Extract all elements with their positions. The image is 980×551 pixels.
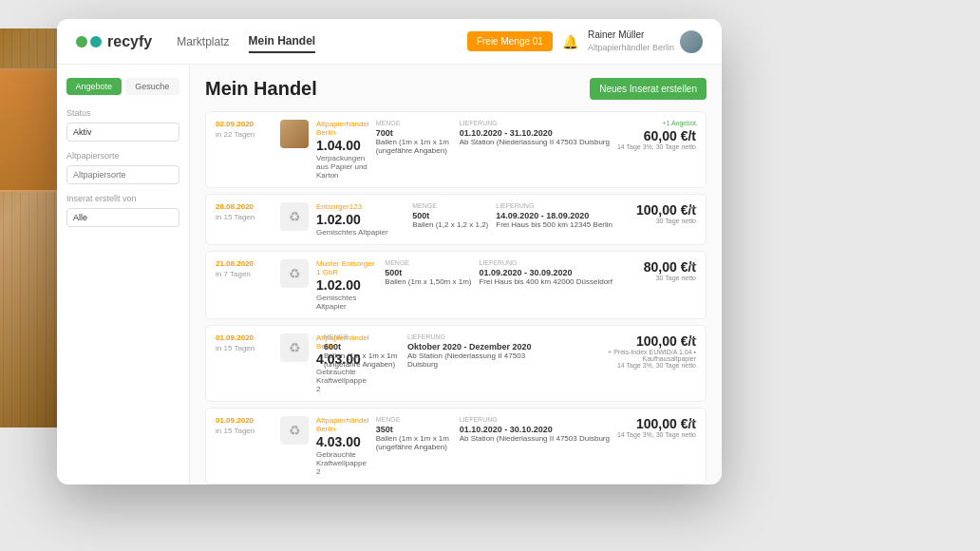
menge-value: 600t: [324, 342, 400, 352]
menge-detail: Ballen (1m x 1m x 1m(ungefähre Angaben): [324, 352, 400, 369]
listing-seller: Altpapierhändel Berlin: [316, 120, 368, 137]
list-item: 01.09.2020 in 15 Tagen ♻ Altpapierhändel…: [205, 325, 707, 402]
listing-right: 80,00 €/t 30 Tage netto: [620, 259, 696, 281]
listing-menu-icon[interactable]: ···: [688, 414, 698, 428]
nav-mein-handel[interactable]: Mein Handel: [249, 30, 316, 53]
user-name: Rainer Müller: [588, 28, 674, 42]
listing-main: Entsorger123 1.02.00 Gemischtes Altpapie…: [316, 202, 405, 237]
laptop-screen: recyfy Marktplatz Mein Handel Freie Meng…: [57, 19, 722, 484]
menge-label: Menge: [324, 333, 400, 340]
menge-label: Menge: [412, 202, 488, 209]
tab-angebote[interactable]: Angebote: [66, 78, 122, 95]
lieferung-detail: Ab Station (Niederlassung II 47503 Duisb…: [460, 138, 610, 146]
price-right: 80,00 €/t: [620, 259, 696, 275]
listing-right: 100,00 €/t 14 Tage 3%, 30 Tage netto: [617, 416, 696, 438]
content-header: Mein Handel Neues Inserat erstellen: [205, 78, 707, 100]
listing-menge: Menge 500t Ballen (1m x 1,50m x 1m): [385, 259, 471, 286]
listing-menu-icon[interactable]: ···: [688, 118, 698, 131]
listing-left: 01.09.2020 in 15 Tagen: [216, 333, 273, 352]
listing-lieferung: Lieferung 01.09.2020 - 30.09.2020 Frei H…: [479, 259, 612, 286]
listing-menge: Menge 700t Ballen (1m x 1m x 1m(ungefähr…: [376, 120, 452, 155]
lieferung-value: 01.09.2020 - 30.09.2020: [479, 268, 612, 277]
lieferung-label: Lieferung: [460, 120, 610, 126]
list-item: 28.08.2020 in 15 Tagen ♻ Entsorger123 1.…: [205, 194, 707, 245]
listing-left: 28.08.2020 in 15 Tagen: [216, 202, 273, 221]
listing-left: 21.08.2020 in 7 Tagen: [216, 259, 273, 278]
neues-inserat-button[interactable]: Neues Inserat erstellen: [590, 78, 707, 100]
listing-menu-icon[interactable]: ···: [688, 257, 698, 271]
listing-left: 02.09.2020 in 22 Tagen: [216, 120, 273, 139]
nav-marktplatz[interactable]: Marktplatz: [177, 31, 229, 52]
sidebar: Angebote Gesuche Status Aktiv Altpapiers…: [57, 65, 190, 484]
listing-price: 1.04.00: [316, 138, 368, 153]
inserat-label: Inserat erstellt von: [66, 194, 179, 203]
listing-image: [280, 120, 309, 148]
logo-circles: [76, 36, 102, 48]
logo-circle-green: [76, 36, 87, 48]
listing-desc: Verpackungen aus Papier und Karton: [316, 154, 368, 180]
listing-main: Altpapierhändel Berlin 4.03.00 Gebraucht…: [316, 416, 368, 476]
listing-lieferung: Lieferung 01.10.2020 - 31.10.2020 Ab Sta…: [460, 120, 610, 146]
lieferung-value: Oktober 2020 - Dezember 2020: [407, 342, 551, 352]
listing-menu-icon[interactable]: ···: [688, 332, 698, 345]
listing-seller: Entsorger123: [316, 202, 405, 211]
header: recyfy Marktplatz Mein Handel Freie Meng…: [57, 19, 722, 65]
payment-info: 30 Tage netto: [620, 218, 696, 224]
lieferung-detail: Frei Haus bis 500 km 12345 Berlin: [496, 220, 612, 229]
listing-icon: ♻: [280, 202, 309, 231]
notification-icon[interactable]: 🔔: [562, 34, 578, 49]
listing-menu-icon[interactable]: ···: [688, 200, 698, 214]
sorte-input[interactable]: [66, 165, 179, 184]
listing-desc: Gemischtes Altpapier: [316, 228, 405, 237]
recycle-icon: ♻: [289, 209, 301, 224]
listing-date: 21.08.2020: [216, 259, 254, 268]
menge-value: 350t: [376, 425, 452, 434]
angebot-badge: +1 Angebot: [617, 120, 696, 126]
status-select[interactable]: Aktiv: [66, 123, 179, 142]
avatar: [680, 30, 703, 53]
listing-price: 4.03.00: [316, 434, 368, 449]
lieferung-value: 01.10.2020 - 30.10.2020: [460, 425, 610, 434]
menge-detail: Ballen (1m x 1m x 1m(ungefähre Angaben): [376, 434, 452, 451]
menge-detail: Ballen (1m x 1,50m x 1m): [385, 277, 471, 286]
menge-label: Menge: [376, 120, 452, 126]
listing-right: +1 Angebot 60,00 €/t 14 Tage 3%, 30 Tage…: [617, 120, 696, 150]
freie-menge-button[interactable]: Freie Menge 01: [467, 31, 553, 51]
main-layout: Angebote Gesuche Status Aktiv Altpapiers…: [57, 65, 722, 484]
content-area: Mein Handel Neues Inserat erstellen 02.0…: [190, 65, 722, 484]
listing-icon: ♻: [280, 333, 309, 362]
listing-price: 1.02.00: [316, 277, 377, 293]
listing-date: 28.08.2020: [216, 202, 254, 211]
header-right: Freie Menge 01 🔔 Rainer Müller Altpapier…: [467, 28, 703, 54]
listing-left: 01.09.2020 in 15 Tagen: [216, 416, 273, 435]
logo-circle-teal: [90, 36, 102, 48]
menge-label: Menge: [376, 416, 452, 423]
listing-menge: Menge 600t Ballen (1m x 1m x 1m(ungefähr…: [324, 333, 400, 369]
page-title: Mein Handel: [205, 78, 317, 100]
price-right: 60,00 €/t: [617, 128, 696, 143]
listing-days: in 15 Tagen: [216, 344, 254, 352]
lieferung-value: 14.09.2020 - 18.09.2020: [496, 211, 612, 220]
menge-detail: Ballen (1m x 1m x 1m(ungefähre Angaben): [376, 138, 452, 155]
lieferung-value: 01.10.2020 - 31.10.2020: [460, 128, 610, 138]
lieferung-detail: Frei Haus bis 400 km 42000 Düsseldorf: [479, 277, 612, 286]
lieferung-label: Lieferung: [460, 416, 610, 423]
listing-date: 01.09.2020: [216, 416, 254, 425]
user-info: Rainer Müller Altpapierhändler Berlin: [588, 28, 703, 54]
tab-gesuche[interactable]: Gesuche: [125, 78, 180, 95]
lieferung-detail: Ab Station (Niederlassung II 47503 Duisb…: [460, 434, 610, 443]
listing-days: in 15 Tagen: [216, 213, 254, 221]
lieferung-detail: Ab Station (Niederlassung II 47503 Duisb…: [407, 352, 551, 369]
logo-text: recyfy: [107, 33, 152, 50]
inserat-select[interactable]: Alle: [66, 208, 179, 227]
recycle-icon: ♻: [289, 423, 301, 438]
sidebar-tabs: Angebote Gesuche: [66, 78, 179, 95]
list-item: 21.08.2020 in 7 Tagen ♻ Muster Entsorger…: [205, 251, 707, 319]
listing-date: 02.09.2020: [216, 120, 254, 128]
list-item: 01.09.2020 in 15 Tagen ♻ Altpapierhändel…: [205, 408, 707, 484]
listing-lieferung: Lieferung 14.09.2020 - 18.09.2020 Frei H…: [496, 202, 612, 229]
recycle-icon: ♻: [289, 266, 301, 281]
listing-days: in 15 Tagen: [216, 427, 254, 435]
menge-detail: Ballen (1,2 x 1,2 x 1,2): [412, 220, 488, 229]
nav-links: Marktplatz Mein Handel: [177, 30, 452, 53]
